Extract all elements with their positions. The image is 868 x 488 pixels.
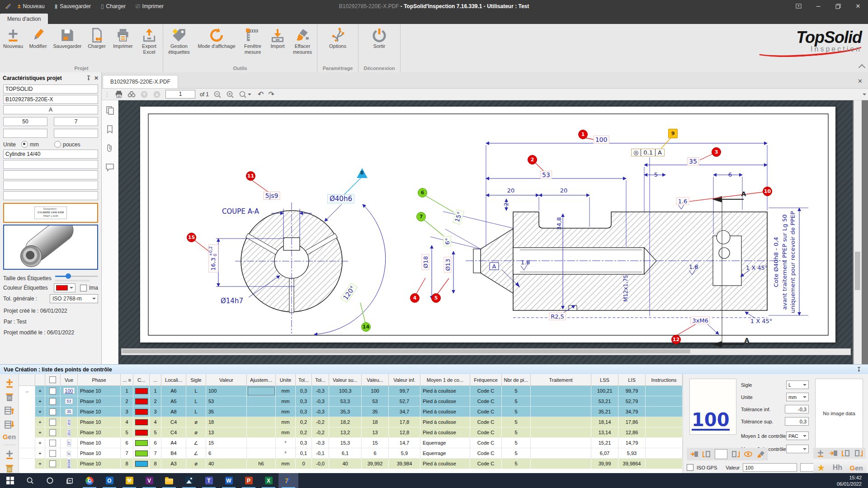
general-tolerance-select[interactable]: ISO 2768-m: [50, 294, 98, 303]
ribbon-button-modifier[interactable]: Modifier: [25, 25, 51, 65]
row-arrow[interactable]: [19, 407, 35, 417]
row-arrow[interactable]: [19, 438, 35, 448]
feature-control-frame[interactable]: ◎0.1A: [631, 149, 665, 156]
tab-menu-action[interactable]: Menu d'action: [0, 14, 48, 24]
taskbar-visual-studio[interactable]: V: [139, 473, 159, 488]
hh-icon[interactable]: Hh: [833, 464, 842, 472]
cell-phase[interactable]: Phase 10: [78, 438, 121, 448]
rotate-right-2-icon[interactable]: [854, 449, 863, 457]
cell-moyen[interactable]: Pied à coulisse: [420, 417, 470, 427]
toolbar-grip[interactable]: ⋮: [104, 91, 110, 98]
balloon-14[interactable]: 14: [361, 322, 371, 332]
ribbon-button-sortir[interactable]: Sortir: [359, 25, 399, 65]
close-button[interactable]: ✕: [848, 0, 868, 12]
cell-order[interactable]: 1: [121, 386, 133, 396]
cell-order[interactable]: 7: [121, 448, 133, 459]
cell-localisation[interactable]: A3: [161, 459, 186, 469]
drawing-label[interactable]: Ø18: [422, 254, 429, 270]
cell-num[interactable]: 5: [150, 427, 161, 438]
balloon-2[interactable]: 2: [528, 155, 537, 164]
search-binoculars-icon[interactable]: [127, 90, 136, 99]
drawing-label[interactable]: Ø40h6: [327, 194, 354, 203]
cell-color[interactable]: [133, 459, 150, 469]
restore-button[interactable]: [828, 0, 848, 12]
column-header-0[interactable]: [19, 374, 35, 385]
cell-valeur-nom[interactable]: 100: [362, 386, 389, 396]
cell-tol-inf[interactable]: -0,2: [312, 417, 329, 427]
cell-frequence[interactable]: Code C: [470, 448, 502, 459]
cell-ajustement[interactable]: [247, 407, 276, 417]
zoom-out-icon[interactable]: [213, 90, 222, 99]
sigle-select[interactable]: L: [786, 380, 809, 389]
cell-lis[interactable]: 14,79: [618, 438, 646, 448]
cell-num[interactable]: 8: [150, 459, 161, 469]
cell-frequence[interactable]: Code C: [470, 417, 502, 427]
close-panel-icon[interactable]: ✕: [94, 75, 99, 81]
cell-valeur-inf[interactable]: 17,8: [389, 417, 420, 427]
taskbar-explorer[interactable]: [159, 473, 179, 488]
cell-valeur-sup[interactable]: 35,3: [329, 407, 362, 417]
row-checkbox[interactable]: [45, 396, 61, 407]
cell-valeur-nom[interactable]: 18: [362, 417, 389, 427]
drawing-label[interactable]: 1.6: [689, 263, 698, 270]
cell-valeur-nom[interactable]: 15: [362, 438, 389, 448]
cell-localisation[interactable]: A4: [161, 438, 186, 448]
taskbar-teams[interactable]: T: [199, 473, 219, 488]
bookmark-icon[interactable]: [105, 125, 114, 134]
label-color-dropdown[interactable]: [54, 283, 75, 292]
cell-sigle[interactable]: ∠: [186, 438, 206, 448]
drawing-label[interactable]: 20: [507, 187, 515, 194]
empty-field-2[interactable]: [3, 170, 98, 179]
cell-tol-sup[interactable]: 0,3: [296, 396, 312, 407]
row-expand[interactable]: +: [35, 386, 45, 396]
close-document-icon[interactable]: ✕: [858, 78, 863, 84]
cell-lis[interactable]: 12,86: [618, 427, 646, 438]
cell-valeur[interactable]: 53: [206, 396, 247, 407]
moyen1-select[interactable]: PAC: [786, 432, 809, 440]
row-arrow[interactable]: [19, 459, 35, 469]
table-row[interactable]: +Ø40h6Phase 1088A3ø40h6mm0-0,04039,99239…: [19, 459, 683, 469]
drawing-label[interactable]: 20: [560, 187, 568, 194]
vue-thumbnail[interactable]: 15°: [67, 439, 71, 446]
balloon-8[interactable]: 8: [358, 169, 366, 177]
send-image-icon[interactable]: [689, 450, 698, 458]
row-expand[interactable]: +: [35, 438, 45, 448]
plus-minus-icon[interactable]: [816, 449, 825, 457]
taskbar-clock[interactable]: 15:4206/01/2022: [830, 473, 868, 488]
send-image-2-icon[interactable]: [829, 449, 838, 457]
row-vue[interactable]: 53: [61, 396, 78, 407]
taskbar-chrome[interactable]: [80, 473, 99, 488]
row-expand[interactable]: +: [35, 448, 45, 459]
cell-sigle[interactable]: L: [186, 407, 206, 417]
unite-select[interactable]: mm: [786, 393, 809, 401]
page-number-input[interactable]: 1: [165, 90, 195, 99]
cell-traitement[interactable]: [531, 396, 591, 407]
cell-phase[interactable]: Phase 10: [78, 417, 121, 427]
cell-valeur-sup[interactable]: 40: [329, 459, 362, 469]
cell-lss[interactable]: 53,21: [591, 396, 618, 407]
drawing-label[interactable]: 1 X 45°: [746, 264, 768, 271]
cell-order[interactable]: 5: [121, 427, 133, 438]
row-arrow[interactable]: [19, 427, 35, 438]
cell-order[interactable]: 4: [121, 417, 133, 427]
vue-thumbnail[interactable]: Ø13: [67, 428, 71, 436]
row-expand[interactable]: +: [35, 427, 45, 438]
next-result-icon[interactable]: [153, 90, 161, 99]
cell-ajustement[interactable]: [247, 396, 276, 407]
cell-moyen[interactable]: Pied à coulisse: [420, 407, 470, 417]
ribbon-button-imprimer[interactable]: Imprimer: [109, 25, 137, 65]
cell-color[interactable]: [133, 386, 150, 396]
row-vue[interactable]: Ø40h6: [61, 459, 78, 469]
cell-phase[interactable]: Phase 10: [78, 459, 121, 469]
cell-color[interactable]: [133, 448, 150, 459]
slider-thumb[interactable]: [66, 273, 71, 279]
cell-frequence[interactable]: Code C: [470, 407, 502, 417]
cell-localisation[interactable]: A5: [161, 396, 186, 407]
drawing-label[interactable]: 5: [654, 171, 658, 178]
cell-num[interactable]: 4: [150, 417, 161, 427]
row-expand[interactable]: +: [35, 396, 45, 407]
cell-num[interactable]: 7: [150, 448, 161, 459]
cell-moyen[interactable]: Pied à coulisse: [420, 386, 470, 396]
cell-phase[interactable]: Phase 10: [78, 427, 121, 438]
cell-valeur[interactable]: 13: [206, 427, 247, 438]
